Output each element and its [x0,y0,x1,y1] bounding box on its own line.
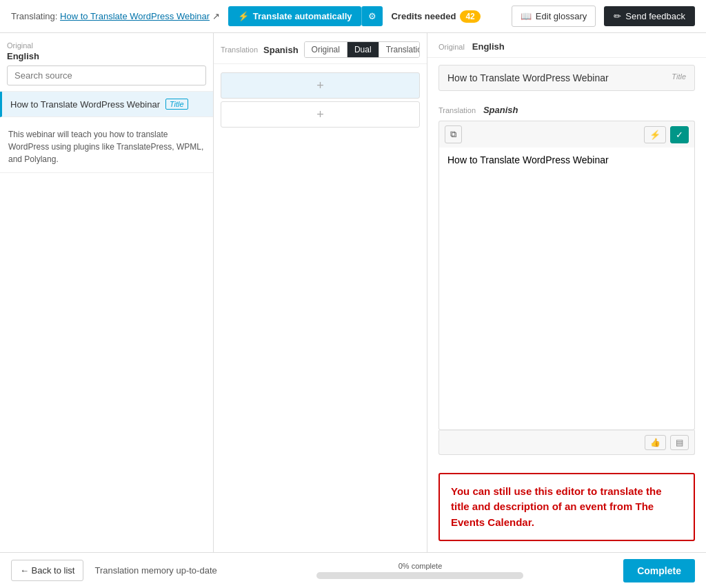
left-original-label: Original [7,41,206,50]
translation-item-1[interactable]: + [221,72,420,99]
right-original-label: Original [438,43,465,51]
right-source-tag: Title [672,72,686,81]
credits-badge: 42 [460,10,480,23]
right-source-text: How to Translate WordPress Webinar [447,72,609,83]
add-icon: + [316,79,324,93]
credits-box: Credits needed 42 [391,10,480,23]
glossary-icon: 📖 [521,11,532,21]
translation-footer: 👍 ▤ [438,430,695,455]
add-icon-2: + [316,108,324,122]
right-original-header: Original English [427,33,706,58]
right-translation-lang: Spanish [483,105,518,115]
details-button[interactable]: ▤ [670,435,689,450]
translating-link[interactable]: How to Translate WordPress Webinar [60,11,210,21]
translate-auto-button[interactable]: ⚡ Translate automatically [228,6,362,26]
lightning-small-icon: ⚡ [649,130,660,140]
left-panel: Original English How to Translate WordPr… [0,33,214,552]
pencil-icon: ✏ [614,11,621,21]
source-title-text: How to Translate WordPress Webinar [10,99,160,110]
middle-translation-label: Translation [221,45,258,54]
tab-translation[interactable]: Translation [379,42,420,57]
checkmark-icon: ✓ [676,130,683,140]
view-tab-group: Original Dual Translation [304,41,420,58]
thumbs-up-button[interactable]: 👍 [645,435,666,450]
translating-label: Translating: How to Translate WordPress … [11,11,220,21]
translation-toolbar: ⧉ ⚡ ✓ [438,121,695,148]
right-translation-label: Translation [438,106,476,114]
middle-panel: Translation Spanish Original Dual Transl… [214,33,427,552]
source-item-body[interactable]: This webinar will teach you how to trans… [0,117,213,173]
auto-translate-segment-button[interactable]: ⚡ [644,126,666,143]
send-feedback-button[interactable]: ✏ Send feedback [604,6,695,26]
source-body-text: This webinar will teach you how to trans… [8,128,205,165]
details-icon: ▤ [676,438,683,447]
translate-settings-button[interactable]: ⚙ [361,6,383,26]
gear-icon: ⚙ [368,11,376,21]
edit-glossary-button[interactable]: 📖 Edit glossary [512,6,596,27]
right-panel: Original English How to Translate WordPr… [427,33,706,552]
left-original-lang: English [7,51,39,61]
source-list: How to Translate WordPress Webinar Title… [0,92,213,552]
source-title-tag: Title [165,99,188,110]
copy-source-button[interactable]: ⧉ [445,125,462,143]
tab-dual[interactable]: Dual [347,42,379,57]
translation-list: + + [214,64,427,552]
right-source-box: How to Translate WordPress Webinar Title [438,65,695,91]
lightning-icon: ⚡ [238,11,249,21]
right-original-lang: English [472,41,505,52]
top-bar: Translating: How to Translate WordPress … [0,0,706,33]
left-panel-header: Original English [0,33,213,92]
right-translation-section: Translation Spanish ⧉ ⚡ ✓ How to Transla… [427,98,706,462]
tab-original[interactable]: Original [305,42,347,57]
middle-translation-lang: Spanish [263,45,299,55]
copy-icon: ⧉ [450,129,456,139]
translation-item-2[interactable]: + [221,101,420,128]
info-box: You can still use this editor to transla… [438,473,695,542]
confirm-translation-button[interactable]: ✓ [670,126,689,143]
search-input[interactable] [7,65,206,85]
source-item-title[interactable]: How to Translate WordPress Webinar Title [0,92,213,117]
middle-header: Translation Spanish Original Dual Transl… [214,33,427,64]
main-content: Original English How to Translate WordPr… [0,33,706,552]
thumbs-up-icon: 👍 [650,438,660,447]
translation-textarea[interactable]: How to Translate WordPress Webinar [438,148,695,430]
